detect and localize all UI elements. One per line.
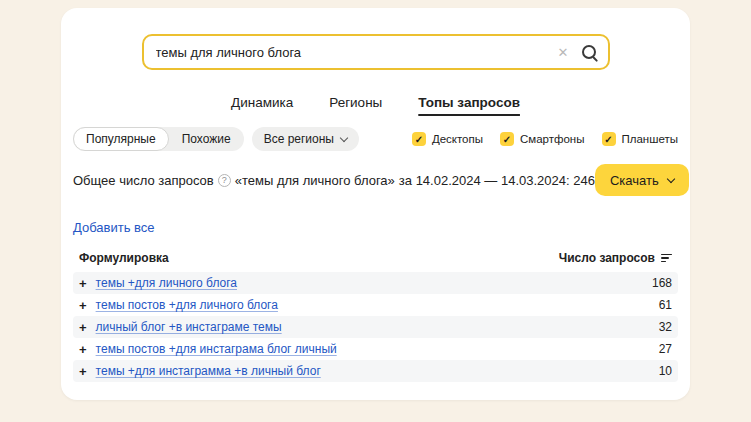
filter-popular[interactable]: Популярные — [73, 127, 169, 151]
search-box: ✕ — [142, 34, 610, 70]
region-selector-label: Все регионы — [264, 132, 334, 146]
summary-text: Общее число запросов ? «темы для личного… — [73, 173, 595, 188]
page-background: ✕ Динамика Регионы Топы запросов Популяр… — [0, 0, 751, 422]
add-phrase-button[interactable]: + — [79, 365, 87, 378]
phrase-link[interactable]: темы +для личного блога — [96, 276, 237, 290]
query-count: 10 — [659, 364, 672, 378]
table-rows: + темы +для личного блога 168 + темы пос… — [73, 272, 678, 382]
add-phrase-button[interactable]: + — [79, 277, 87, 290]
chevron-down-icon — [340, 133, 348, 141]
region-selector[interactable]: Все регионы — [252, 127, 359, 151]
column-header-count[interactable]: Число запросов — [559, 251, 672, 265]
summary-period-total: за 14.02.2024 — 14.03.2024: 246 — [399, 173, 595, 188]
tab-dynamics[interactable]: Динамика — [231, 95, 293, 110]
phrase-cell: + темы постов +для инстаграма блог личны… — [79, 342, 337, 356]
summary-query: «темы для личного блога» — [235, 173, 395, 188]
column-header-count-label: Число запросов — [559, 251, 655, 265]
clear-search-icon[interactable]: ✕ — [558, 46, 569, 59]
left-filters: Популярные Похожие Все регионы — [73, 127, 359, 151]
table-row: + темы постов +для личного блога 61 — [73, 294, 678, 316]
phrase-cell: + темы +для инстаграмма +в личный блог — [79, 364, 321, 378]
chevron-down-icon — [666, 174, 674, 182]
add-phrase-button[interactable]: + — [79, 299, 87, 312]
queries-table: Формулировка Число запросов + темы +для … — [73, 244, 678, 382]
phrase-link[interactable]: темы постов +для инстаграма блог личный — [96, 342, 337, 356]
query-count: 61 — [659, 298, 672, 312]
checkbox-desktops-label: Десктопы — [432, 133, 483, 145]
checkbox-checked-icon: ✓ — [602, 132, 616, 146]
column-header-phrase: Формулировка — [79, 251, 169, 265]
checkbox-smartphones[interactable]: ✓ Смартфоны — [500, 132, 585, 146]
summary-row: Общее число запросов ? «темы для личного… — [73, 164, 678, 196]
table-row: + темы +для личного блога 168 — [73, 272, 678, 294]
main-card: ✕ Динамика Регионы Топы запросов Популяр… — [61, 8, 690, 400]
table-row: + темы постов +для инстаграма блог личны… — [73, 338, 678, 360]
device-filters: ✓ Десктопы ✓ Смартфоны ✓ Планшеты — [412, 132, 678, 146]
download-button[interactable]: Скачать — [595, 164, 689, 196]
sort-icon[interactable] — [661, 254, 672, 263]
tabs: Динамика Регионы Топы запросов — [73, 95, 678, 110]
phrase-cell: + личный блог +в инстаграме темы — [79, 320, 282, 334]
add-phrase-button[interactable]: + — [79, 321, 87, 334]
checkbox-tablets-label: Планшеты — [622, 133, 679, 145]
query-count: 27 — [659, 342, 672, 356]
checkbox-checked-icon: ✓ — [500, 132, 514, 146]
query-count: 168 — [652, 276, 672, 290]
add-all-link[interactable]: Добавить все — [73, 220, 155, 235]
table-row: + личный блог +в инстаграме темы 32 — [73, 316, 678, 338]
checkbox-desktops[interactable]: ✓ Десктопы — [412, 132, 483, 146]
table-row: + темы +для инстаграмма +в личный блог 1… — [73, 360, 678, 382]
summary-prefix: Общее число запросов — [73, 173, 214, 188]
phrase-link[interactable]: личный блог +в инстаграме темы — [96, 320, 282, 334]
add-phrase-button[interactable]: + — [79, 343, 87, 356]
download-button-label: Скачать — [610, 173, 659, 188]
phrase-link[interactable]: темы +для инстаграмма +в личный блог — [96, 364, 321, 378]
query-count: 32 — [659, 320, 672, 334]
filter-similar[interactable]: Похожие — [169, 127, 244, 151]
search-icon[interactable] — [581, 44, 598, 61]
help-icon[interactable]: ? — [218, 174, 231, 187]
filter-row: Популярные Похожие Все регионы ✓ Десктоп… — [73, 127, 678, 151]
phrase-cell: + темы постов +для личного блога — [79, 298, 278, 312]
phrase-link[interactable]: темы постов +для личного блога — [96, 298, 278, 312]
query-type-switch: Популярные Похожие — [73, 127, 244, 151]
checkbox-checked-icon: ✓ — [412, 132, 426, 146]
phrase-cell: + темы +для личного блога — [79, 276, 237, 290]
tab-top-queries[interactable]: Топы запросов — [418, 95, 520, 110]
search-input[interactable] — [156, 45, 558, 60]
table-header: Формулировка Число запросов — [73, 244, 678, 272]
checkbox-smartphones-label: Смартфоны — [520, 133, 585, 145]
checkbox-tablets[interactable]: ✓ Планшеты — [602, 132, 679, 146]
tab-regions[interactable]: Регионы — [329, 95, 382, 110]
